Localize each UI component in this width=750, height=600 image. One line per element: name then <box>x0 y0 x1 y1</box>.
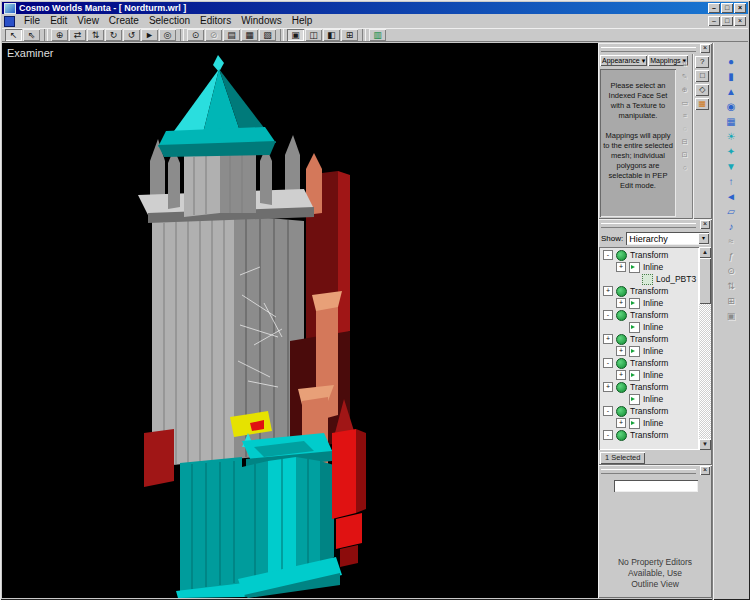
tumble-tool-icon[interactable]: ↺ <box>123 29 140 41</box>
panel-grip <box>601 469 696 474</box>
pan-tool-icon[interactable]: ⇄ <box>69 29 86 41</box>
property-field[interactable] <box>614 480 698 492</box>
property-panel-header[interactable]: × <box>598 465 712 476</box>
menu-edit[interactable]: Edit <box>45 15 72 27</box>
spot-light-tool-icon[interactable]: ▼ <box>722 160 740 173</box>
menu-file[interactable]: File <box>19 15 45 27</box>
scrollbar-thumb[interactable] <box>699 258 711 304</box>
geometry-sphere-tool-icon[interactable]: ◉ <box>722 100 740 113</box>
menu-selection[interactable]: Selection <box>144 15 195 27</box>
document-close-button[interactable]: × <box>734 16 746 26</box>
menu-windows[interactable]: Windows <box>236 15 287 27</box>
cylinder-tool-icon[interactable]: ▮ <box>722 70 740 83</box>
tree-row[interactable]: +Inline <box>599 417 699 429</box>
tree-row[interactable]: +Inline <box>599 261 699 273</box>
scrollbar-track[interactable] <box>699 258 711 439</box>
tree-row[interactable]: -Transform <box>599 309 699 321</box>
tree-row[interactable]: -Transform <box>599 357 699 369</box>
tree-row[interactable]: +Inline <box>599 345 699 357</box>
uv-box-tool-icon: ⊡ <box>679 149 690 160</box>
appearance-panel-header[interactable]: × <box>598 43 712 54</box>
menu-help[interactable]: Help <box>287 15 318 27</box>
expand-toggle[interactable]: + <box>616 298 626 308</box>
texture-palette-button[interactable]: ▦ <box>695 98 709 110</box>
tree-row[interactable]: +Inline <box>599 369 699 381</box>
translate-tool-icon[interactable]: ⊕ <box>51 29 68 41</box>
inline-node-tool-icon[interactable]: ▱ <box>722 205 740 218</box>
view-split-vertical-icon[interactable]: ◧ <box>323 29 340 41</box>
expand-toggle[interactable]: - <box>603 430 613 440</box>
snapshot-tool-icon[interactable]: ▤ <box>223 29 240 41</box>
chevron-down-icon[interactable]: ▾ <box>698 233 709 244</box>
expand-toggle[interactable]: + <box>616 262 626 272</box>
cone-tool-icon[interactable]: ▲ <box>722 85 740 98</box>
tree-row[interactable]: -Transform <box>599 249 699 261</box>
expand-toggle[interactable]: - <box>603 358 613 368</box>
hierarchy-select[interactable]: Hierarchy ▾ <box>626 232 709 245</box>
menu-view[interactable]: View <box>72 15 104 27</box>
elevate-tool-icon[interactable]: ⇅ <box>87 29 104 41</box>
select-tool-icon[interactable]: ↖ <box>5 29 22 41</box>
selected-count-button[interactable]: 1 Selected <box>600 452 645 464</box>
expand-toggle[interactable]: + <box>616 418 626 428</box>
expand-toggle[interactable]: - <box>603 250 613 260</box>
expand-toggle[interactable]: + <box>603 286 613 296</box>
view-single-icon[interactable]: ▣ <box>287 29 304 41</box>
appearance-menu-button[interactable]: Appearance ▾ <box>600 55 647 66</box>
document-minimize-button[interactable]: – <box>708 16 720 26</box>
pick-tool-icon[interactable]: ⇖ <box>23 29 40 41</box>
tree-row[interactable]: Inline <box>599 321 699 333</box>
orbit-tool-icon[interactable]: ◎ <box>159 29 176 41</box>
window-minimize-button[interactable]: – <box>708 3 720 13</box>
panel-grip <box>601 47 696 52</box>
tree-row[interactable]: +Transform <box>599 333 699 345</box>
directional-light-tool-icon[interactable]: ☀ <box>722 130 740 143</box>
tree-scrollbar[interactable]: ▲ ▼ <box>699 247 711 450</box>
point-light-tool-icon[interactable]: ✦ <box>722 145 740 158</box>
view-quad-icon[interactable]: ⊞ <box>341 29 358 41</box>
close-icon[interactable]: × <box>700 466 710 475</box>
avatar-tool-icon[interactable]: ↑ <box>722 175 740 188</box>
viewport-3d[interactable]: Examiner <box>2 43 598 598</box>
window-close-button[interactable]: × <box>734 3 746 13</box>
window-maximize-button[interactable]: □ <box>721 3 733 13</box>
box-tool-icon[interactable]: ▦ <box>722 115 740 128</box>
uv-align-tool-icon: ≡ <box>679 110 690 121</box>
tree-row[interactable]: +Transform <box>599 381 699 393</box>
rotate-tool-icon[interactable]: ↻ <box>105 29 122 41</box>
expand-toggle[interactable]: - <box>603 406 613 416</box>
sound-tool-icon[interactable]: ♪ <box>722 220 740 233</box>
scroll-down-icon[interactable]: ▼ <box>699 439 711 450</box>
tree-row[interactable]: -Transform <box>599 405 699 417</box>
expand-toggle[interactable]: + <box>603 382 613 392</box>
zoom-in-tool-icon[interactable]: ⊙ <box>187 29 204 41</box>
seek-tool-icon[interactable]: ► <box>141 29 158 41</box>
preview-tool-icon[interactable]: ▥ <box>369 29 386 41</box>
view-split-horizontal-icon[interactable]: ◫ <box>305 29 322 41</box>
tree-row[interactable]: -Transform <box>599 429 699 441</box>
expand-toggle[interactable]: + <box>616 346 626 356</box>
expand-toggle[interactable]: + <box>603 334 613 344</box>
material-tool-icon[interactable]: ▦ <box>241 29 258 41</box>
expand-toggle[interactable]: + <box>616 370 626 380</box>
help-button[interactable]: ? <box>695 56 709 68</box>
diamond-button[interactable]: ◇ <box>695 84 709 96</box>
sphere-tool-icon[interactable]: ● <box>722 55 740 68</box>
menubar-buttons: –□× <box>708 16 746 26</box>
swatch-button[interactable]: □ <box>695 70 709 82</box>
menu-create[interactable]: Create <box>104 15 144 27</box>
scroll-up-icon[interactable]: ▲ <box>699 247 711 258</box>
close-icon[interactable]: × <box>700 44 710 53</box>
tree-row[interactable]: +Inline <box>599 297 699 309</box>
texture-tool-icon[interactable]: ▧ <box>259 29 276 41</box>
scene-panel-header[interactable]: × <box>598 219 712 230</box>
expand-toggle[interactable]: - <box>603 310 613 320</box>
title-bar[interactable]: Cosmo Worlds Manta - [ Nordturm.wrl ] –□… <box>2 2 748 14</box>
menu-editors[interactable]: Editors <box>195 15 236 27</box>
viewpoint-tool-icon[interactable]: ◄ <box>722 190 740 203</box>
document-maximize-button[interactable]: □ <box>721 16 733 26</box>
close-icon[interactable]: × <box>700 220 710 229</box>
tree-row[interactable]: +Transform <box>599 285 699 297</box>
tree-row[interactable]: Inline <box>599 393 699 405</box>
tree-row[interactable]: Lod_PBT3 <box>599 273 699 285</box>
